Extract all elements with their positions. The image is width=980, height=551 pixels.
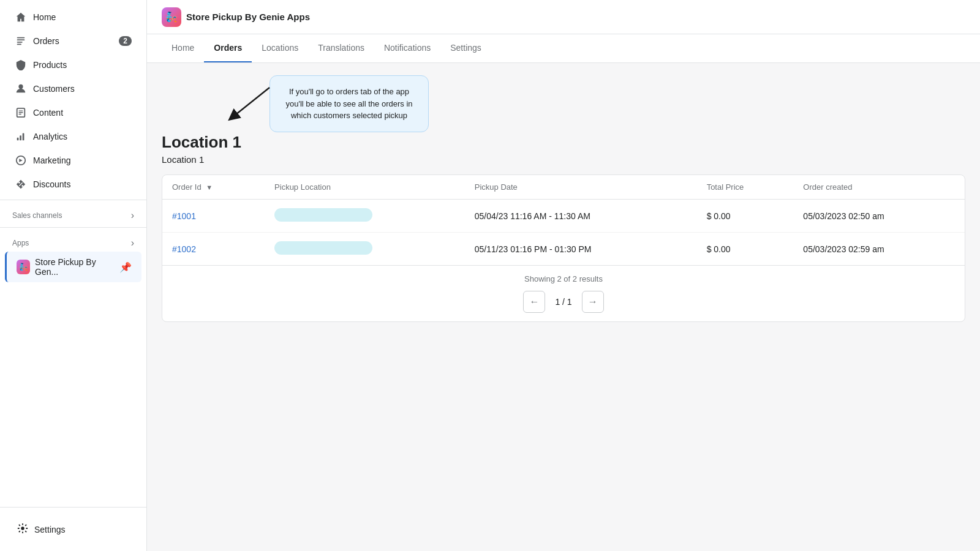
sort-arrow-icon: ▼ [206, 184, 213, 191]
table-footer: Showing 2 of 2 results ← 1 / 1 → [162, 265, 965, 321]
sidebar-item-customers[interactable]: Customers [5, 77, 141, 100]
svg-point-4 [18, 84, 23, 89]
marketing-icon [15, 154, 27, 167]
sidebar-item-products[interactable]: Products [5, 53, 141, 77]
svg-rect-7 [18, 112, 23, 113]
divider-1 [0, 200, 146, 200]
sales-channels-label: Sales channels [12, 211, 62, 220]
location-title: Location 1 [162, 133, 965, 152]
app-icon: 🧞 [17, 260, 30, 274]
svg-point-15 [21, 185, 23, 187]
sidebar-home-label: Home [33, 12, 56, 22]
cell-total-price: $ 0.00 [697, 233, 794, 266]
pin-icon: 📌 [119, 261, 132, 273]
sidebar-bottom: Settings [0, 507, 146, 551]
products-icon [15, 59, 27, 71]
sidebar-item-discounts[interactable]: Discounts [5, 173, 141, 196]
showing-text: Showing 2 of 2 results [524, 274, 603, 283]
discounts-icon [15, 178, 27, 190]
tooltip-text: If you'll go to orders tab of the app yo… [286, 87, 413, 120]
tooltip-balloon: If you'll go to orders tab of the app yo… [270, 75, 429, 132]
settings-icon [17, 523, 28, 536]
arrow-annotation [221, 81, 276, 124]
apps-chevron: › [131, 238, 134, 249]
tab-locations[interactable]: Locations [252, 34, 308, 62]
apps-label: Apps [12, 239, 29, 247]
cell-order-created: 05/03/2023 02:59 am [793, 233, 965, 266]
svg-rect-8 [18, 114, 21, 114]
sales-channels-section[interactable]: Sales channels › [0, 204, 146, 223]
analytics-icon [15, 130, 27, 143]
app-name-label: Store Pickup By Gen... [35, 257, 115, 277]
cell-total-price: $ 0.00 [697, 200, 794, 233]
home-icon [15, 11, 27, 23]
svg-rect-3 [17, 44, 21, 45]
sidebar-item-content[interactable]: Content [5, 101, 141, 124]
table-row: #1001 05/04/23 11:16 AM - 11:30 AM $ 0.0… [162, 200, 965, 233]
tab-home[interactable]: Home [162, 34, 204, 62]
cell-pickup-date: 05/11/23 01:16 PM - 01:30 PM [465, 233, 697, 266]
pickup-location-pill [274, 208, 372, 222]
next-page-button[interactable]: → [582, 291, 604, 313]
sidebar-discounts-label: Discounts [33, 179, 70, 189]
sidebar-nav: Home Orders 2 Products Customers Conte [0, 0, 146, 507]
location-subtitle: Location 1 [162, 154, 965, 165]
col-order-id[interactable]: Order Id ▼ [162, 175, 265, 200]
sidebar-products-label: Products [33, 60, 67, 70]
content-area: If you'll go to orders tab of the app yo… [147, 63, 980, 551]
main-content: 🧞 Store Pickup By Genie Apps Home Orders… [147, 0, 980, 551]
sidebar-item-settings[interactable]: Settings [10, 517, 137, 541]
cell-pickup-date: 05/04/23 11:16 AM - 11:30 AM [465, 200, 697, 233]
svg-point-16 [21, 527, 24, 530]
apps-section[interactable]: Apps › [0, 231, 146, 251]
pagination: ← 1 / 1 → [523, 291, 603, 313]
sales-channels-chevron: › [131, 210, 134, 221]
orders-table: Order Id ▼ Pickup Location Pickup Date T… [162, 175, 965, 265]
tab-orders[interactable]: Orders [204, 34, 252, 62]
col-pickup-date: Pickup Date [465, 175, 697, 200]
cell-order-id: #1001 [162, 200, 265, 233]
app-store-pickup[interactable]: 🧞 Store Pickup By Gen... 📌 [5, 252, 141, 282]
content-icon [15, 107, 27, 119]
cell-pickup-location [265, 200, 465, 233]
table-row: #1002 05/11/23 01:16 PM - 01:30 PM $ 0.0… [162, 233, 965, 266]
svg-rect-6 [18, 110, 23, 111]
orders-table-card: Order Id ▼ Pickup Location Pickup Date T… [162, 174, 965, 322]
cell-order-id: #1002 [162, 233, 265, 266]
tab-translations[interactable]: Translations [308, 34, 374, 62]
col-total-price: Total Price [697, 175, 794, 200]
sidebar-orders-label: Orders [33, 36, 59, 46]
app-header-title: Store Pickup By Genie Apps [186, 12, 310, 22]
pickup-location-pill [274, 241, 372, 255]
svg-rect-1 [17, 39, 25, 40]
customers-icon [15, 83, 27, 95]
sidebar-content-label: Content [33, 108, 63, 118]
cell-pickup-location [265, 233, 465, 266]
svg-point-13 [18, 182, 20, 184]
sidebar-item-marketing[interactable]: Marketing [5, 149, 141, 172]
col-order-created: Order created [793, 175, 965, 200]
order-link[interactable]: #1001 [172, 211, 196, 221]
app-header: 🧞 Store Pickup By Genie Apps [147, 0, 980, 34]
tab-notifications[interactable]: Notifications [374, 34, 440, 62]
order-link[interactable]: #1002 [172, 244, 196, 254]
svg-rect-11 [23, 133, 24, 141]
tab-settings[interactable]: Settings [440, 34, 491, 62]
divider-2 [0, 227, 146, 228]
svg-rect-9 [17, 138, 19, 141]
sidebar-item-orders[interactable]: Orders 2 [5, 29, 141, 53]
sidebar-item-analytics[interactable]: Analytics [5, 125, 141, 148]
svg-rect-10 [20, 135, 21, 140]
orders-icon [15, 35, 27, 47]
settings-label: Settings [34, 525, 66, 534]
sidebar-item-home[interactable]: Home [5, 6, 141, 29]
app-header-icon: 🧞 [162, 7, 181, 27]
svg-rect-2 [17, 42, 23, 43]
sidebar-analytics-label: Analytics [33, 132, 67, 141]
prev-page-button[interactable]: ← [523, 291, 545, 313]
orders-badge: 2 [119, 36, 132, 46]
col-pickup-location: Pickup Location [265, 175, 465, 200]
sidebar-marketing-label: Marketing [33, 156, 70, 165]
svg-rect-0 [17, 37, 25, 39]
svg-line-17 [233, 88, 270, 117]
